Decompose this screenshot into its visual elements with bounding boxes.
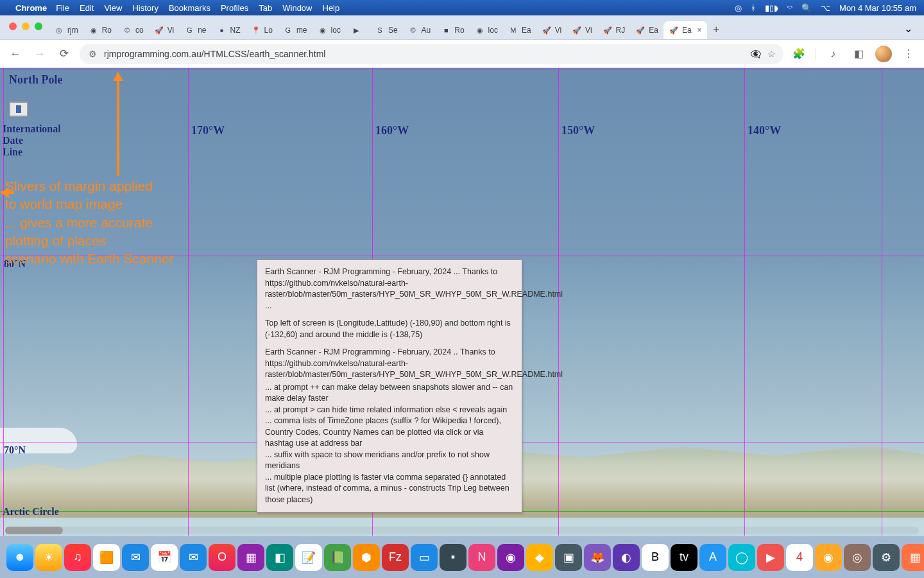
- callout-line: Slivers of margin applied: [5, 177, 191, 195]
- bluetooth-icon[interactable]: ᚼ: [751, 3, 756, 13]
- menu-profiles[interactable]: Profiles: [221, 3, 248, 13]
- browser-tab[interactable]: 🚀RJ: [597, 21, 631, 39]
- page-viewport[interactable]: North Pole International Date Line 170°W…: [0, 68, 924, 536]
- spotlight-icon[interactable]: 🔍: [801, 3, 812, 13]
- tab-label: Ro: [454, 26, 464, 35]
- tab-close-icon[interactable]: ×: [697, 26, 702, 35]
- battery-icon[interactable]: ▮▯◗: [765, 3, 778, 13]
- address-bar[interactable]: ⚙ rjmprogramming.com.au/HTMLCSS/earth_sc…: [80, 44, 783, 64]
- menubar-clock[interactable]: Mon 4 Mar 10:55 am: [839, 3, 916, 13]
- dock-app[interactable]: ▦: [237, 544, 264, 571]
- dock-app[interactable]: N: [468, 544, 495, 571]
- dock-app[interactable]: B: [642, 544, 669, 571]
- dock-app[interactable]: ▦: [902, 544, 924, 571]
- browser-tab[interactable]: 🚀Vi: [536, 21, 567, 39]
- menu-history[interactable]: History: [132, 3, 158, 13]
- dock-app-notes[interactable]: 📝: [295, 544, 322, 571]
- browser-tab[interactable]: Gne: [179, 21, 211, 39]
- bookmark-star-icon[interactable]: ☆: [767, 49, 776, 59]
- lat-label-70n: 70°N: [4, 444, 26, 456]
- browser-tab[interactable]: ©Au: [403, 21, 436, 39]
- profile-avatar[interactable]: [875, 46, 892, 62]
- dock-app-podcasts[interactable]: ◎: [844, 544, 871, 571]
- dock-app[interactable]: 🟧: [93, 544, 120, 571]
- dock-app[interactable]: ◧: [266, 544, 293, 571]
- dock-app-filezilla[interactable]: Fz: [382, 544, 409, 571]
- menu-help[interactable]: Help: [323, 3, 340, 13]
- dock-app[interactable]: ◯: [728, 544, 755, 571]
- minimize-window-button[interactable]: [22, 22, 30, 30]
- tab-label: rjm: [67, 26, 78, 35]
- dock-app[interactable]: ◉: [815, 544, 842, 571]
- browser-tab[interactable]: 📍Lo: [246, 21, 278, 39]
- tab-favicon-icon: ◎: [54, 25, 64, 35]
- tab-label: me: [296, 26, 307, 35]
- control-center-icon[interactable]: ⌥: [821, 3, 830, 13]
- forward-button[interactable]: →: [31, 45, 49, 63]
- menu-file[interactable]: File: [56, 3, 69, 13]
- browser-tab[interactable]: 🚀Vi: [567, 21, 597, 39]
- browser-tab[interactable]: ●NZ: [212, 21, 246, 39]
- dock-app-mail[interactable]: ✉: [122, 544, 149, 571]
- dock-app[interactable]: ◉: [497, 544, 524, 571]
- menu-tab[interactable]: Tab: [259, 3, 272, 13]
- new-tab-button[interactable]: +: [707, 20, 726, 39]
- dock-app-finder[interactable]: ☻: [6, 544, 33, 571]
- browser-tab[interactable]: ◎rjm: [49, 21, 83, 39]
- dock-app[interactable]: ⬢: [353, 544, 380, 571]
- wifi-icon[interactable]: ⌔: [787, 3, 792, 13]
- dock-app[interactable]: ◆: [526, 544, 553, 571]
- browser-tab[interactable]: ■Ro: [436, 21, 469, 39]
- dock-app[interactable]: ✉: [180, 544, 207, 571]
- menu-bookmarks[interactable]: Bookmarks: [169, 3, 210, 13]
- dock-app[interactable]: ▣: [555, 544, 582, 571]
- dock-app-tv[interactable]: tv: [671, 544, 697, 571]
- dock-app[interactable]: ◐: [613, 544, 640, 571]
- incognito-eye-icon[interactable]: 👁‍🗨: [750, 49, 761, 59]
- chrome-menu-icon[interactable]: ⋮: [900, 48, 918, 60]
- tab-label: Vi: [167, 26, 174, 35]
- menu-view[interactable]: View: [104, 3, 122, 13]
- horizontal-scrollbar[interactable]: [5, 527, 919, 534]
- browser-tab[interactable]: ©co: [117, 21, 149, 39]
- media-control-icon[interactable]: ♪: [824, 48, 842, 60]
- dock-app-appstore[interactable]: A: [699, 544, 726, 571]
- dock-app[interactable]: ▶: [757, 544, 784, 571]
- dock-app-calendar[interactable]: 📅: [151, 544, 178, 571]
- tabs-overflow-button[interactable]: ⌄: [898, 20, 919, 37]
- scrollbar-thumb[interactable]: [5, 527, 63, 534]
- dock-app-music[interactable]: ♫: [64, 544, 91, 571]
- browser-tab[interactable]: 🚀Vi: [149, 21, 179, 39]
- dock-app[interactable]: ⚙: [873, 544, 900, 571]
- dock-app-zoom[interactable]: ▭: [411, 544, 438, 571]
- browser-tab[interactable]: ▶: [346, 21, 370, 39]
- zoom-window-button[interactable]: [35, 22, 42, 30]
- dock-app-terminal[interactable]: ▪: [440, 544, 466, 571]
- back-button[interactable]: ←: [6, 45, 24, 63]
- dock-app[interactable]: ☀: [35, 544, 62, 571]
- dock-app[interactable]: 📗: [324, 544, 351, 571]
- menu-window[interactable]: Window: [282, 3, 312, 13]
- close-window-button[interactable]: [9, 22, 17, 30]
- dock-app-opera[interactable]: O: [209, 544, 235, 571]
- browser-tab[interactable]: 🚀Ea: [630, 21, 663, 39]
- callout-line: plotting of places: [5, 232, 191, 250]
- browser-tab[interactable]: ◉loc: [470, 21, 503, 39]
- browser-tab[interactable]: 🚀Ea×: [663, 21, 707, 39]
- screen-record-icon[interactable]: ◎: [735, 3, 742, 13]
- extensions-icon[interactable]: 🧩: [790, 48, 808, 60]
- browser-tab[interactable]: ◉Ro: [83, 21, 117, 39]
- menubar-app-name[interactable]: Chrome: [15, 3, 47, 13]
- tab-favicon-icon: ©: [122, 25, 132, 35]
- reload-button[interactable]: ⟳: [55, 45, 73, 63]
- browser-tab[interactable]: ◉loc: [312, 21, 346, 39]
- browser-tab[interactable]: SSe: [370, 21, 403, 39]
- browser-tab[interactable]: MEa: [503, 21, 536, 39]
- dock-app-calendar[interactable]: 4: [786, 544, 813, 571]
- browser-tab[interactable]: Gme: [278, 21, 312, 39]
- site-info-icon[interactable]: ⚙: [87, 49, 98, 59]
- menu-edit[interactable]: Edit: [80, 3, 94, 13]
- tab-favicon-icon: 🚀: [542, 25, 552, 35]
- side-panel-icon[interactable]: ◧: [850, 48, 868, 60]
- dock-app-firefox[interactable]: 🦊: [584, 544, 611, 571]
